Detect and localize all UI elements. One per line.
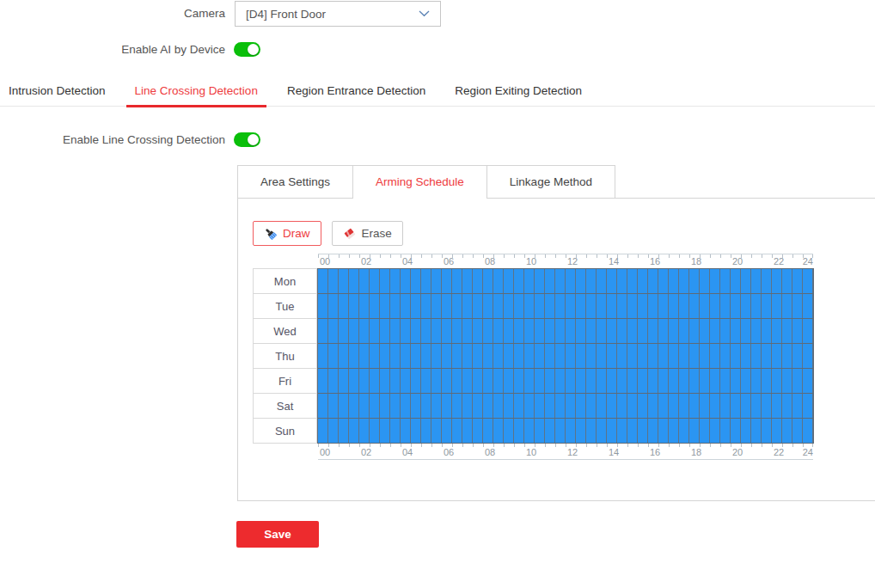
armed-segment <box>318 269 813 293</box>
day-label-fri: Fri <box>254 369 316 394</box>
tab-line-crossing-detection[interactable]: Line Crossing Detection <box>126 77 266 106</box>
ruler-tick <box>627 254 628 258</box>
toggle-knob <box>248 44 259 55</box>
hour-label: 00 <box>320 447 330 457</box>
hour-label: 22 <box>774 256 784 266</box>
ruler-tick <box>772 254 773 258</box>
detection-tabs: Intrusion DetectionLine Crossing Detecti… <box>0 77 875 107</box>
tab-intrusion-detection[interactable]: Intrusion Detection <box>0 77 114 106</box>
ruler-tick <box>514 444 515 447</box>
ruler-tick <box>431 444 432 447</box>
hour-label: 18 <box>691 447 701 457</box>
armed-segment <box>318 294 813 318</box>
ruler-tick <box>442 444 443 447</box>
ruler-tick <box>401 254 401 258</box>
ruler-tick <box>514 254 515 258</box>
ruler-tick <box>648 254 649 258</box>
subtab-arming-schedule[interactable]: Arming Schedule <box>352 165 487 198</box>
hour-label: 12 <box>567 256 578 266</box>
ruler-tick <box>679 444 680 447</box>
ruler-tick <box>318 254 319 258</box>
schedule-row-thu[interactable] <box>318 344 813 369</box>
tab-region-exiting-detection[interactable]: Region Exiting Detection <box>446 77 590 106</box>
ruler-tick <box>679 254 680 258</box>
ruler-tick <box>710 254 711 258</box>
schedule-row-mon[interactable] <box>318 269 813 294</box>
day-label-sat: Sat <box>254 394 316 419</box>
hour-label: 12 <box>567 447 578 457</box>
enable-ai-label: Enable AI by Device <box>0 43 225 56</box>
ruler-tick <box>380 444 381 447</box>
ruler-tick <box>751 444 752 447</box>
camera-select-value: [D4] Front Door <box>246 8 326 21</box>
ruler-tick <box>545 444 546 447</box>
ruler-tick <box>339 254 340 258</box>
ruler-tick <box>545 254 546 258</box>
ruler-tick <box>762 444 762 447</box>
ruler-tick <box>669 254 670 258</box>
hour-label: 02 <box>361 447 371 457</box>
hour-label: 10 <box>526 447 536 457</box>
enable-ai-toggle[interactable] <box>234 42 260 57</box>
ruler-tick <box>597 254 597 258</box>
hour-label: 06 <box>444 447 454 457</box>
day-label-thu: Thu <box>254 344 316 369</box>
draw-button-label: Draw <box>283 227 310 240</box>
schedule-row-sun[interactable] <box>318 419 813 443</box>
ruler-tick <box>762 254 762 258</box>
ruler-tick <box>586 254 587 258</box>
settings-subtabs: Area SettingsArming ScheduleLinkage Meth… <box>237 165 875 199</box>
schedule-row-sat[interactable] <box>318 394 813 419</box>
ruler-tick <box>731 254 731 258</box>
brush-icon <box>264 227 278 241</box>
hour-label: 04 <box>402 447 413 457</box>
ruler-tick <box>720 254 721 258</box>
arming-schedule-panel: Draw Erase 00020406081012141618202224 Mo… <box>237 199 875 501</box>
ruler-tick <box>483 254 484 258</box>
ruler-tick <box>597 444 597 447</box>
hour-label: 00 <box>320 256 330 266</box>
enable-line-crossing-toggle[interactable] <box>234 132 260 147</box>
hour-label: 02 <box>361 256 371 266</box>
erase-button[interactable]: Erase <box>332 221 403 246</box>
erase-button-label: Erase <box>362 227 392 240</box>
ruler-tick <box>318 444 319 447</box>
hour-label: 16 <box>650 447 660 457</box>
camera-select[interactable]: [D4] Front Door <box>235 1 441 27</box>
ruler-tick <box>689 254 690 258</box>
ruler-tick <box>627 444 628 447</box>
schedule-row-wed[interactable] <box>318 319 813 344</box>
subtab-linkage-method[interactable]: Linkage Method <box>486 165 615 198</box>
ruler-tick <box>380 254 381 258</box>
armed-segment <box>318 319 813 343</box>
tab-region-entrance-detection[interactable]: Region Entrance Detection <box>278 77 434 106</box>
hour-label: 14 <box>609 256 619 266</box>
chevron-down-icon <box>419 10 430 17</box>
ruler-tick <box>462 444 463 447</box>
ruler-tick <box>555 444 556 447</box>
ruler-tick <box>524 444 525 447</box>
time-ruler-top: 00020406081012141618202224 <box>318 254 813 268</box>
ruler-tick <box>390 254 391 258</box>
ruler-tick <box>720 444 721 447</box>
time-ruler-bottom: 00020406081012141618202224 <box>318 444 813 460</box>
save-button[interactable]: Save <box>236 521 319 548</box>
draw-button[interactable]: Draw <box>253 221 321 246</box>
ruler-tick <box>431 254 432 258</box>
subtab-area-settings[interactable]: Area Settings <box>237 165 353 198</box>
ruler-tick <box>566 444 566 447</box>
hour-label: 04 <box>402 256 413 266</box>
ruler-tick <box>462 254 463 258</box>
schedule-row-tue[interactable] <box>318 294 813 319</box>
day-label-wed: Wed <box>254 319 316 344</box>
ruler-tick <box>349 444 350 447</box>
eraser-icon <box>343 227 357 241</box>
schedule-timeline[interactable] <box>317 268 814 444</box>
ruler-tick <box>710 444 711 447</box>
ruler-tick <box>483 444 484 447</box>
day-label-tue: Tue <box>254 294 316 319</box>
ruler-tick <box>792 254 793 258</box>
ruler-tick <box>731 444 731 447</box>
schedule-row-fri[interactable] <box>318 369 813 394</box>
ruler-tick <box>566 254 566 258</box>
